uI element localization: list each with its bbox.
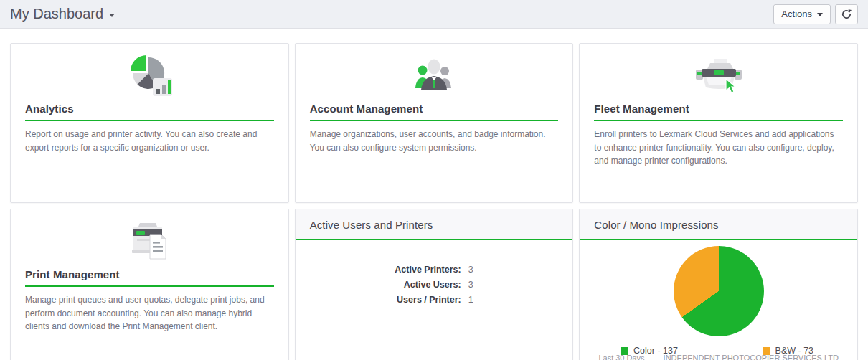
actions-button-label: Actions (781, 9, 812, 19)
printer-cursor-icon (690, 52, 747, 99)
stat-label-active-printers: Active Printers: (395, 265, 461, 275)
card-title-print: Print Management (25, 268, 274, 287)
card-title-fleet: Fleet Management (594, 103, 843, 121)
footer-period: Last 30 Days (598, 354, 644, 360)
card-analytics[interactable]: Analytics Report on usage and printer ac… (10, 43, 289, 203)
print-icon-wrap (11, 209, 288, 265)
card-fleet-management[interactable]: Fleet Management Enroll printers to Lexm… (579, 43, 858, 203)
stat-value-active-printers: 3 (468, 265, 473, 275)
widget-body-impressions: Color - 137 B&W - 73 Last 30 Days (580, 240, 857, 360)
pie-area: Color - 137 B&W - 73 (580, 240, 857, 356)
pie-chart (674, 246, 764, 336)
refresh-button[interactable] (835, 4, 858, 24)
analytics-icon-wrap (11, 44, 288, 100)
widget-title-impressions: Color / Mono Impressions (580, 209, 857, 240)
footer-organization: INDEPENDENT PHOTOCOPIER SERVICES LTD (664, 354, 839, 360)
card-grid: Analytics Report on usage and printer ac… (10, 43, 858, 360)
stat-label-users-per-printer: Users / Printer: (395, 295, 461, 305)
actions-button[interactable]: Actions (773, 4, 831, 24)
dashboard-page: My Dashboard Actions (0, 0, 868, 360)
topbar-actions: Actions (773, 4, 858, 24)
widget-color-mono-impressions: Color / Mono Impressions Color - 137 (579, 209, 858, 360)
users-icon (409, 52, 459, 99)
account-icon-wrap (296, 44, 573, 100)
card-account-management[interactable]: Account Management Manage organizations,… (295, 43, 574, 203)
printer-document-icon (124, 217, 174, 265)
widget-body-active: Active Printers: 3 Active Users: 3 Users… (296, 265, 573, 360)
top-bar: My Dashboard Actions (0, 0, 868, 29)
card-print-management[interactable]: Print Management Manage print queues and… (10, 209, 289, 360)
stat-value-active-users: 3 (468, 280, 473, 290)
chevron-down-icon (817, 13, 823, 16)
card-desc-fleet: Enroll printers to Lexmark Cloud Service… (594, 128, 843, 168)
chevron-down-icon (109, 14, 115, 17)
card-title-analytics: Analytics (25, 103, 274, 121)
refresh-icon (841, 9, 852, 20)
card-desc-account: Manage organizations, user accounts, and… (310, 128, 559, 154)
card-desc-analytics: Report on usage and printer activity. Yo… (25, 128, 274, 154)
analytics-icon (124, 52, 174, 99)
card-desc-print: Manage print queues and user quotas, del… (25, 293, 274, 333)
card-title-account: Account Management (310, 103, 559, 121)
page-title: My Dashboard (10, 6, 103, 22)
widget-footer: Last 30 Days INDEPENDENT PHOTOCOPIER SER… (580, 354, 857, 360)
stat-label-active-users: Active Users: (395, 280, 461, 290)
widget-title-active: Active Users and Printers (296, 209, 573, 240)
fleet-icon-wrap (580, 44, 857, 100)
stats-list: Active Printers: 3 Active Users: 3 Users… (395, 265, 473, 305)
widget-active-users-printers: Active Users and Printers Active Printer… (295, 209, 574, 360)
stat-value-users-per-printer: 1 (468, 295, 473, 305)
dashboard-selector[interactable]: My Dashboard (10, 6, 115, 22)
